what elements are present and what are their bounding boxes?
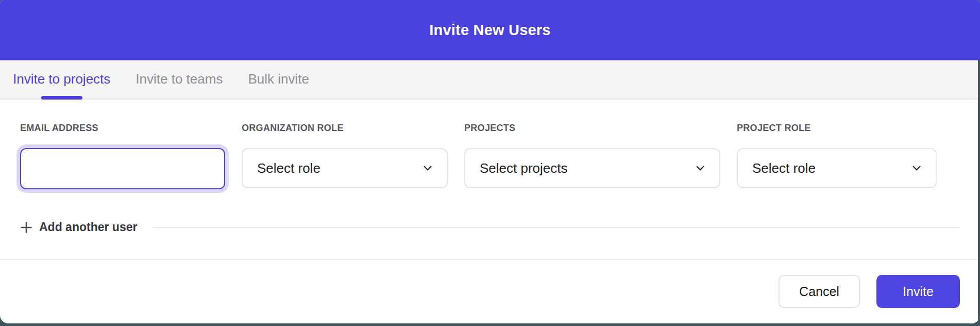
organization-role-field-group: ORGANIZATION ROLE Select role	[242, 122, 448, 189]
select-value: Select role	[257, 160, 320, 176]
email-field-group: EMAIL ADDRESS	[20, 122, 225, 189]
project-role-label: PROJECT ROLE	[737, 122, 937, 134]
tab-bar: Invite to projects Invite to teams Bulk …	[0, 60, 980, 100]
project-role-field-group: PROJECT ROLE Select role	[737, 122, 937, 189]
invite-button[interactable]: Invite	[876, 275, 960, 308]
email-address-input[interactable]	[20, 148, 225, 189]
tab-bulk-invite[interactable]: Bulk invite	[248, 60, 309, 98]
scrollbar[interactable]	[978, 60, 980, 323]
email-address-label: EMAIL ADDRESS	[20, 122, 225, 134]
modal-footer: Cancel Invite	[0, 260, 980, 323]
organization-role-label: ORGANIZATION ROLE	[242, 122, 448, 134]
organization-role-select[interactable]: Select role	[242, 148, 448, 188]
projects-field-group: PROJECTS Select projects	[464, 122, 720, 189]
cancel-button[interactable]: Cancel	[779, 275, 860, 308]
invite-users-modal: Invite New Users Invite to projects Invi…	[0, 0, 980, 323]
chevron-down-icon	[422, 162, 433, 174]
modal-body: EMAIL ADDRESS ORGANIZATION ROLE Select r…	[0, 100, 980, 234]
active-tab-indicator	[41, 96, 82, 100]
select-value: Select role	[752, 160, 816, 176]
add-another-user-button[interactable]: Add another user	[20, 220, 137, 234]
user-invite-row: EMAIL ADDRESS ORGANIZATION ROLE Select r…	[20, 122, 960, 189]
add-another-user-label: Add another user	[39, 220, 137, 234]
tab-label: Bulk invite	[248, 71, 309, 87]
modal-header: Invite New Users	[0, 0, 980, 60]
project-role-select[interactable]: Select role	[737, 148, 937, 188]
select-value: Select projects	[480, 160, 568, 176]
tab-invite-to-teams[interactable]: Invite to teams	[136, 60, 223, 98]
tab-label: Invite to projects	[13, 71, 110, 87]
plus-icon	[20, 221, 32, 234]
projects-select[interactable]: Select projects	[464, 148, 720, 188]
tab-invite-to-projects[interactable]: Invite to projects	[13, 60, 110, 98]
chevron-down-icon	[911, 162, 922, 174]
row-divider	[153, 227, 960, 228]
chevron-down-icon	[695, 162, 706, 174]
modal-title: Invite New Users	[429, 22, 550, 39]
projects-label: PROJECTS	[464, 122, 720, 134]
add-user-row: Add another user	[20, 220, 960, 234]
tab-label: Invite to teams	[136, 71, 223, 87]
